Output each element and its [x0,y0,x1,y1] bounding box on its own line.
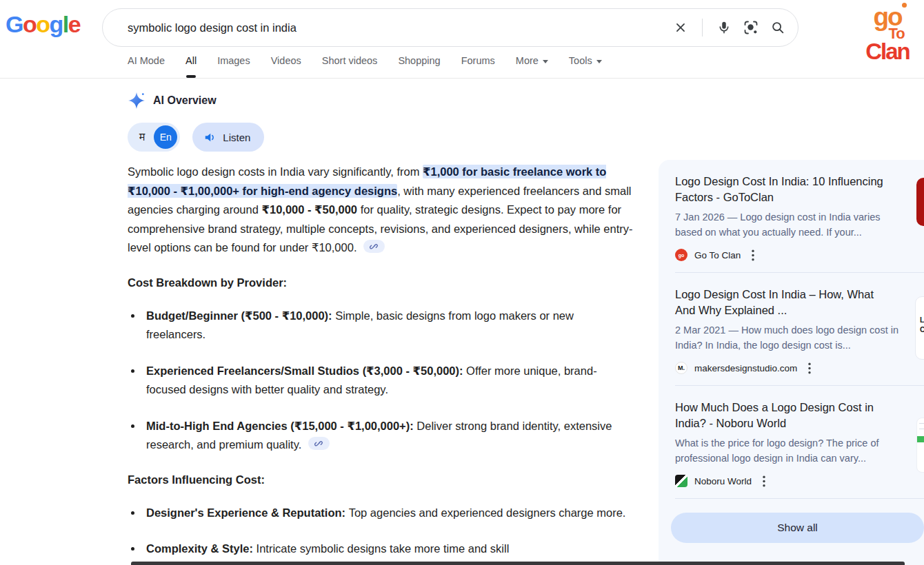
result-thumbnail-chart[interactable] [916,418,924,473]
show-all-button[interactable]: Show all [671,513,924,543]
thumbnail-text-line: C [920,325,924,334]
logo-letter: e [68,11,80,37]
tab-videos[interactable]: Videos [271,55,301,66]
thumbnail-text-line: L [920,315,924,325]
result-source-row: M. makersdesignstudio.com [675,362,907,374]
result-source-row: Noboru World [675,475,907,487]
window-bottom-edge [131,562,905,565]
site-favicon [675,475,687,487]
bullet-lead: Designer's Experience & Reputation: [146,506,349,519]
search-input[interactable]: symbolic logo design cost in india [128,21,673,34]
language-option-hindi[interactable]: म [139,131,145,143]
result-thumbnail-red[interactable] [916,178,924,226]
chevron-down-icon [596,60,602,66]
section-heading: Cost Breakdown by Provider: [128,276,636,289]
result-snippet: What is the price for logo design? The p… [675,436,910,466]
mic-icon [716,20,732,35]
bullet-list: Designer's Experience & Reputation: Top … [128,504,636,559]
link-icon [370,242,379,251]
site-name: Go To Clan [694,250,741,260]
divider [702,19,703,37]
sidebar-cards: Logo Design Cost In India: 10 Influencin… [659,160,924,498]
citation-link-chip[interactable] [363,240,385,253]
bullet-item: Designer's Experience & Reputation: Top … [143,504,636,523]
tab-forums[interactable]: Forums [461,55,495,66]
thumbnail-line [919,429,924,429]
tab-bar: AI ModeAllImagesVideosShort videosShoppi… [128,55,602,66]
logo-letter: l [63,11,68,37]
brand-line: go [873,4,901,30]
brand-line: Clan [865,40,910,63]
result-title[interactable]: How Much Does a Logo Design Cost in Indi… [675,400,890,431]
language-row: म En Listen [128,123,636,152]
logo-letter: o [23,11,36,37]
clear-search-button[interactable] [673,20,688,35]
tab-short-videos[interactable]: Short videos [322,55,378,66]
google-search-results-page: Google symbolic logo design cost in indi… [0,0,924,565]
bullet-list: Budget/Beginner (₹500 - ₹10,000): Simple… [128,307,636,455]
result-title[interactable]: Logo Design Cost In India: 10 Influencin… [675,174,890,205]
citation-link-chip[interactable] [308,437,330,450]
x-icon [673,20,688,35]
result-snippet: 2 Mar 2021 — How much does logo design c… [675,323,910,353]
speaker-icon [203,131,217,144]
result-source-row: go Go To Clan [675,249,907,261]
result-snippet: 7 Jan 2026 — Logo design cost in India v… [675,210,910,240]
thumbnail-green-bar [917,436,924,442]
bullet-lead: Experienced Freelancers/Small Studios (₹… [146,364,466,377]
three-dots-menu-icon[interactable] [808,362,811,374]
language-toggle[interactable]: म En [128,123,180,152]
result-thumbnail-text[interactable]: LC [915,296,924,360]
search-result-card[interactable]: How Much Does a Logo Design Cost in Indi… [659,386,924,498]
bullet-item: Experienced Freelancers/Small Studios (₹… [143,362,636,400]
tab-images[interactable]: Images [217,55,250,66]
language-option-english[interactable]: En [154,125,177,149]
tab-all[interactable]: All [185,55,197,66]
thumbnail-line [919,423,924,424]
link-icon [314,439,323,448]
google-lens-button[interactable] [743,19,759,36]
search-submit-button[interactable] [770,20,785,35]
three-dots-menu-icon[interactable] [763,475,765,487]
tab-tools[interactable]: Tools [569,55,602,66]
site-favicon: M. [675,362,687,374]
text-segment: Symbolic logo design costs in India vary… [128,165,423,178]
section-heading: Factors Influencing Cost: [128,473,636,486]
result-title[interactable]: Logo Design Cost In India – How, What An… [675,287,890,318]
google-logo[interactable]: Google [6,11,80,38]
overview-sections: Cost Breakdown by Provider:Budget/Beginn… [128,276,636,559]
intro-paragraph: Symbolic logo design costs in India vary… [128,163,636,258]
bullet-lead: Complexity & Style: [146,542,257,555]
divider [675,498,924,499]
tab-ai-mode[interactable]: AI Mode [128,55,165,66]
site-favicon: go [675,249,687,261]
ai-overview-panel: AI Overview म En Listen Symbolic logo de… [128,92,636,565]
camera-viewfinder-icon [743,19,759,36]
header-divider [0,78,924,79]
logo-letter: g [50,11,63,37]
brand-dot [902,3,907,8]
listen-label: Listen [223,132,250,143]
tab-shopping[interactable]: Shopping [398,55,440,66]
voice-search-button[interactable] [716,20,732,35]
bullet-lead: Budget/Beginner (₹500 - ₹10,000): [146,309,335,322]
sources-sidebar: Logo Design Cost In India: 10 Influencin… [659,160,924,565]
four-point-star-icon [128,92,145,110]
bullet-lead: Mid-to-High End Agencies (₹15,000 - ₹1,0… [146,420,416,432]
search-bar[interactable]: symbolic logo design cost in india [102,8,799,47]
magnifier-icon [770,20,785,35]
search-result-card[interactable]: Logo Design Cost In India: 10 Influencin… [659,160,924,272]
ai-overview-header: AI Overview [128,92,636,110]
ai-overview-title: AI Overview [153,94,217,107]
three-dots-menu-icon[interactable] [752,249,754,261]
bullet-item: Budget/Beginner (₹500 - ₹10,000): Simple… [143,307,636,345]
search-result-card[interactable]: Logo Design Cost In India – How, What An… [659,273,924,385]
logo-letter: o [36,11,49,37]
text-segment: ₹10,000 - ₹50,000 [261,203,357,216]
logo-letter: G [6,11,23,37]
gotoclan-logo: go To Clan [858,4,917,63]
site-name: makersdesignstudio.com [694,363,797,373]
site-name: Noboru World [694,476,752,486]
listen-button[interactable]: Listen [192,123,264,152]
tab-more[interactable]: More [516,55,548,66]
